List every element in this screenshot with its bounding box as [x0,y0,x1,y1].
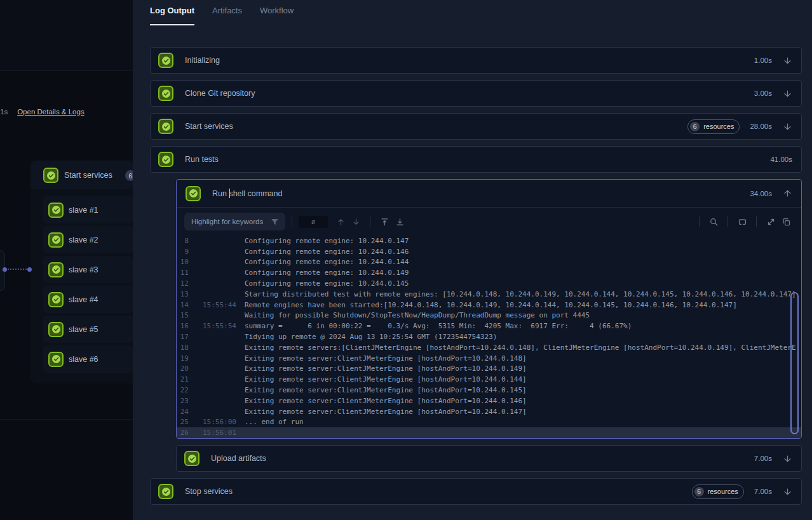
log-line: 10 Configuring remote engine: 10.244.0.1… [177,257,801,268]
toolbar-divider [699,217,700,227]
search-icon[interactable] [706,214,721,229]
scroll-to-top-button[interactable] [377,214,392,229]
section-run-tests[interactable]: Run tests 41.00s [150,146,802,173]
chevron-up-icon[interactable] [782,189,792,199]
log-line-number: 11 [177,269,189,277]
log-line-number: 16 [177,322,189,330]
diagram-node-slave-5[interactable]: slave #5 [43,316,133,343]
section-clone-git-repository[interactable]: Clone Git repository 3.00s [150,80,802,107]
edge-endpoint-icon [27,267,32,272]
toolbar-divider [727,217,728,227]
log-line: 25 15:56:00 ... end of run [177,417,801,428]
node-label: slave #4 [69,295,98,304]
log-text: Configuring remote engine: 10.244.0.145 [245,279,801,288]
diagram-node-start-services[interactable]: Start services 6 [30,161,133,189]
log-text: Configuring remote engine: 10.244.0.149 [245,269,801,277]
log-line-number: 23 [177,397,189,405]
section-label: Start services [185,122,687,131]
log-text: Waiting for possible Shutdown/StopTestNo… [245,311,801,319]
expand-fullscreen-icon[interactable] [763,214,778,229]
log-scrollbar[interactable] [790,292,799,434]
log-text: Remote engines have been started:[10.244… [245,301,801,309]
highlight-keywords-select[interactable]: Highlight for keywords [184,213,285,230]
log-toolbar: Highlight for keywords ø [177,208,801,236]
log-text: Exiting remote servers:[ClientJMeterEngi… [245,343,801,352]
copy-icon[interactable] [778,214,794,229]
duration-label: 34.00s [750,190,772,197]
tab-workflow[interactable]: Workflow [260,6,294,25]
diagram-node-slave-6[interactable]: slave #6 [43,345,133,373]
log-output-panel: Log OutputArtifactsWorkflow Initializing… [133,0,812,520]
section-stop-services[interactable]: Stop services 6 resources 7.00s [150,478,802,505]
next-match-button[interactable] [348,214,363,229]
log-line-number: 9 [177,248,189,256]
chevron-down-icon[interactable] [782,55,792,65]
log-line-number: 17 [177,333,189,341]
resources-label: resources [703,123,734,130]
section-upload-artifacts[interactable]: Upload artifacts 7.00s [176,445,802,472]
status-success-icon [48,352,64,367]
run-shell-command-header[interactable]: Run shell command 34.00s [177,180,801,208]
section-meta: 3.00s [754,88,792,98]
log-text: Exiting remote server:ClientJMeterEngine… [245,375,801,383]
status-success-icon [48,203,64,218]
diagram-header-area [0,0,133,71]
status-success-icon [48,262,64,277]
log-text: summary = 6 in 00:00:22 = 0.3/s Avg: 531… [245,322,801,330]
node-label: slave #6 [69,355,98,364]
section-initializing[interactable]: Initializing 1.00s [150,47,802,74]
log-line: 14 15:55:44 Remote engines have been sta… [177,300,801,310]
duration-label: 1.00s [754,57,772,64]
filter-funnel-icon [271,218,279,226]
diagram-node-slave-2[interactable]: slave #2 [43,226,133,253]
section-run-shell-command-expanded: Run shell command 34.00s Highlight for k… [176,179,802,439]
tab-artifacts[interactable]: Artifacts [212,6,242,25]
log-line-number: 10 [177,258,189,266]
log-line: 13 Starting distributed test with remote… [177,289,801,300]
log-text: Configuring remote engine: 10.244.0.146 [245,248,801,256]
tab-bar: Log OutputArtifactsWorkflow [133,0,812,25]
node-label: slave #5 [69,325,98,334]
log-text: Tidying up remote @ 2024 Aug 13 10:25:54… [245,333,801,341]
toolbar-divider [370,217,370,227]
log-line: 19 Exiting remote server:ClientJMeterEng… [177,353,801,364]
resources-count: 6 [690,122,700,131]
open-details-logs-link[interactable]: Open Details & Logs [17,108,84,116]
status-success-icon [158,152,173,167]
tab-log-output[interactable]: Log Output [150,6,194,25]
highlight-keywords-label: Highlight for keywords [191,218,263,225]
log-text: Exiting remote server:ClientJMeterEngine… [245,408,801,416]
chevron-down-icon[interactable] [782,453,792,463]
duration-label: 7.00s [754,488,772,495]
chevron-down-icon[interactable] [782,88,792,98]
section-meta: 7.00s [754,453,792,463]
chevron-down-icon[interactable] [782,121,792,131]
node-label: slave #1 [69,206,98,215]
log-timestamp: 15:55:44 [203,301,236,309]
log-line: 24 Exiting remote server:ClientJMeterEng… [177,406,801,417]
status-success-icon [158,484,173,499]
chevron-down-icon[interactable] [782,486,792,497]
log-line-number: 19 [177,354,189,363]
scroll-to-bottom-button[interactable] [392,214,407,229]
section-meta: 6 resources 28.00s [687,119,792,134]
log-line: 23 Exiting remote server:ClientJMeterEng… [177,396,801,406]
log-line: 8 Configuring remote engine: 10.244.0.14… [177,236,801,246]
diagram-node-slave-3[interactable]: slave #3 [43,256,133,283]
log-line-number: 20 [177,364,189,373]
previous-match-button[interactable] [333,214,348,229]
log-line-number: 25 [177,418,189,426]
log-line: 17 Tidying up remote @ 2024 Aug 13 10:25… [177,331,801,342]
section-label: Clone Git repository [185,89,754,98]
section-label: Stop services [185,487,692,496]
resources-badge: 6 resources [692,484,744,499]
resources-label: resources [708,488,738,495]
diagram-node-slave-4[interactable]: slave #4 [43,286,133,313]
diagram-node-slave-1[interactable]: slave #1 [43,196,133,223]
status-success-icon [48,322,64,337]
word-wrap-icon[interactable] [734,214,750,229]
section-start-services[interactable]: Start services 6 resources 28.00s [150,113,802,140]
match-counter: ø [299,216,328,228]
log-line: 22 Exiting remote server:ClientJMeterEng… [177,385,801,396]
resources-count: 6 [694,487,704,497]
